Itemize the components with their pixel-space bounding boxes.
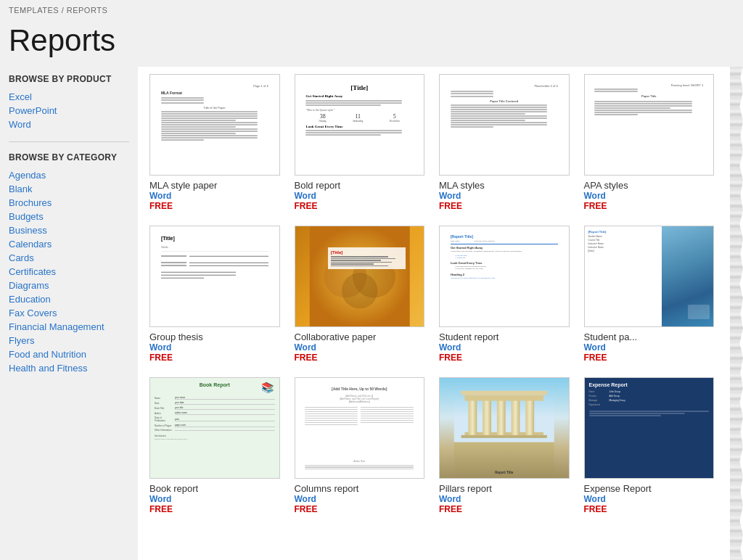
- svg-rect-12: [525, 400, 534, 435]
- template-name-pillars: Pillars report: [439, 483, 570, 494]
- sidebar-link-brochures[interactable]: Brochures: [9, 196, 129, 210]
- template-name-columns: Columns report: [295, 483, 425, 494]
- template-product-columns: Word: [295, 494, 425, 504]
- template-price-apa: FREE: [584, 201, 715, 211]
- svg-rect-6: [461, 435, 547, 438]
- sidebar-link-business[interactable]: Business: [9, 223, 129, 237]
- template-price-studentpa: FREE: [584, 353, 715, 363]
- template-price-pillars: FREE: [439, 504, 570, 514]
- template-product-bold: Word: [295, 191, 425, 201]
- template-price-columns: FREE: [295, 504, 425, 514]
- template-thumb-expense[interactable]: Expense Report NameJohn Group PositionAd…: [584, 377, 715, 479]
- template-name-apa: APA styles: [584, 180, 715, 191]
- template-product-student: Word: [439, 342, 570, 353]
- svg-rect-11: [512, 400, 520, 435]
- template-name-book: Book report: [149, 483, 280, 494]
- browse-by-product-label: BROWSE BY PRODUCT: [9, 74, 129, 84]
- template-item-studentpa[interactable]: [Report Title] Student Name Course Title…: [584, 226, 715, 363]
- template-product-mla2: Word: [439, 191, 570, 201]
- template-thumb-mla-style[interactable]: Page 1 of 4 MLA Format Title of the Pape…: [149, 74, 280, 176]
- template-thumb-book[interactable]: Book Report 📚 Nameyour name Dateyour dat…: [149, 377, 280, 479]
- template-item-group-thesis[interactable]: [Title] Subtitle Group thesis Word: [149, 226, 280, 363]
- template-thumb-mla2[interactable]: Placeholder 3 of 4 Paper Title Centered: [439, 74, 570, 176]
- template-name-bold: Bold report: [295, 180, 425, 191]
- template-thumb-student[interactable]: [Report Title] Date Name Instructor name…: [439, 226, 570, 327]
- sidebar-link-diagrams[interactable]: Diagrams: [9, 279, 129, 292]
- template-product-collab: Word: [295, 342, 425, 353]
- template-name-mla-style: MLA style paper: [149, 180, 280, 191]
- template-thumb-group-thesis[interactable]: [Title] Subtitle: [149, 226, 280, 327]
- svg-rect-13: [465, 395, 543, 401]
- template-price-bold: FREE: [295, 201, 425, 211]
- template-product-mla-style: Word: [149, 191, 280, 201]
- sidebar-link-cards[interactable]: Cards: [9, 251, 129, 265]
- template-item-student[interactable]: [Report Title] Date Name Instructor name…: [439, 226, 570, 363]
- svg-point-3: [342, 273, 377, 308]
- content-area: Page 1 of 4 MLA Format Title of the Pape…: [138, 67, 743, 560]
- sidebar-link-excel[interactable]: Excel: [9, 90, 129, 104]
- template-thumb-columns[interactable]: [Add Title Here, Up to 50 Words] [Add Na…: [295, 377, 425, 479]
- template-thumb-studentpa[interactable]: [Report Title] Student Name Course Title…: [584, 226, 715, 327]
- sidebar-link-flyers[interactable]: Flyers: [9, 334, 129, 347]
- template-name-collab: Collaborative paper: [295, 332, 425, 342]
- template-product-expense: Word: [584, 494, 715, 504]
- sidebar-link-food[interactable]: Food and Nutrition: [9, 347, 129, 361]
- sidebar: BROWSE BY PRODUCT Excel PowerPoint Word …: [0, 67, 138, 560]
- template-name-studentpa: Student pa...: [584, 332, 715, 342]
- template-item-mla2[interactable]: Placeholder 3 of 4 Paper Title Centered: [439, 74, 570, 211]
- sidebar-link-fax-covers[interactable]: Fax Covers: [9, 306, 129, 320]
- template-product-group-thesis: Word: [149, 342, 280, 353]
- template-price-mla2: FREE: [439, 201, 570, 211]
- template-product-pillars: Word: [439, 494, 570, 504]
- sidebar-link-blank[interactable]: Blank: [9, 182, 129, 196]
- svg-rect-8: [468, 400, 477, 435]
- template-name-mla2: MLA styles: [439, 180, 570, 191]
- sidebar-link-health[interactable]: Health and Fitness: [9, 361, 129, 375]
- svg-rect-14: [461, 391, 547, 395]
- template-price-mla-style: FREE: [149, 201, 280, 211]
- template-product-studentpa: Word: [584, 342, 715, 353]
- template-name-expense: Expense Report: [584, 483, 715, 494]
- sidebar-link-powerpoint[interactable]: PowerPoint: [9, 104, 129, 118]
- template-item-pillars[interactable]: Report Title Pillars report Word FREE: [439, 377, 570, 514]
- template-item-bold[interactable]: [Title] Get Started Right Away "This is …: [295, 74, 425, 211]
- sidebar-link-agendas[interactable]: Agendas: [9, 168, 129, 182]
- template-item-book[interactable]: Book Report 📚 Nameyour name Dateyour dat…: [149, 377, 280, 514]
- template-thumb-collab[interactable]: [Title]: [295, 226, 425, 327]
- template-price-collab: FREE: [295, 353, 425, 363]
- browse-by-category-label: BROWSE BY CATEGORY: [9, 152, 129, 162]
- template-price-student: FREE: [439, 353, 570, 363]
- template-item-expense[interactable]: Expense Report NameJohn Group PositionAd…: [584, 377, 715, 514]
- template-thumb-apa[interactable]: Running head: SHORT 1 Paper Title: [584, 74, 715, 176]
- svg-rect-9: [483, 400, 491, 435]
- sidebar-link-calendars[interactable]: Calendars: [9, 237, 129, 251]
- template-price-book: FREE: [149, 504, 280, 514]
- template-thumb-pillars[interactable]: Report Title: [439, 377, 570, 479]
- breadcrumb: TEMPLATES / REPORTS: [0, 0, 743, 20]
- template-item-collab[interactable]: [Title] Collaborative paper: [295, 226, 425, 363]
- page-title: Reports: [0, 20, 743, 67]
- sidebar-link-certificates[interactable]: Certificates: [9, 265, 129, 279]
- svg-rect-10: [497, 400, 506, 435]
- template-product-book: Word: [149, 494, 280, 504]
- template-name-student: Student report: [439, 332, 570, 342]
- template-item-mla-style[interactable]: Page 1 of 4 MLA Format Title of the Pape…: [149, 74, 280, 211]
- template-product-apa: Word: [584, 191, 715, 201]
- template-price-expense: FREE: [584, 504, 715, 514]
- template-name-group-thesis: Group thesis: [149, 332, 280, 342]
- sidebar-link-word[interactable]: Word: [9, 118, 129, 131]
- template-item-apa[interactable]: Running head: SHORT 1 Paper Title: [584, 74, 715, 211]
- sidebar-link-education[interactable]: Education: [9, 292, 129, 306]
- template-thumb-bold[interactable]: [Title] Get Started Right Away "This is …: [295, 74, 425, 176]
- sidebar-divider: [9, 141, 129, 142]
- sidebar-link-budgets[interactable]: Budgets: [9, 210, 129, 223]
- sidebar-link-financial[interactable]: Financial Management: [9, 320, 129, 334]
- template-price-group-thesis: FREE: [149, 353, 280, 363]
- template-item-columns[interactable]: [Add Title Here, Up to 50 Words] [Add Na…: [295, 377, 425, 514]
